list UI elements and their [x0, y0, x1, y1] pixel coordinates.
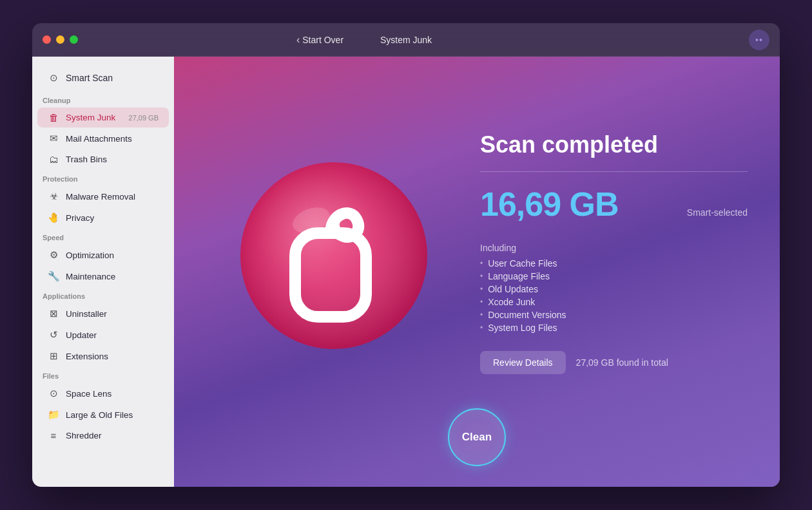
sidebar-maintenance-label: Maintenance — [66, 272, 115, 281]
sidebar-section-protection: Protection — [32, 170, 174, 185]
divider — [480, 171, 748, 172]
including-list: User Cache Files Language Files Old Upda… — [480, 258, 748, 333]
app-icon-container — [174, 149, 467, 355]
sidebar-item-optimization[interactable]: ⚙ Optimization — [37, 245, 169, 265]
scan-results: Scan completed 16,69 GB Smart-selected I… — [467, 106, 780, 400]
including-section: Including User Cache Files Language File… — [480, 243, 748, 333]
sidebar-shredder-label: Shredder — [66, 431, 102, 440]
sidebar-large-old-files-label: Large & Old Files — [66, 410, 133, 420]
actions-row: Review Details 27,09 GB found in total — [480, 351, 748, 374]
main-window: ‹ Start Over System Junk •• ⊙ Smart Scan… — [32, 23, 780, 487]
list-item: Language Files — [480, 271, 748, 281]
sidebar-item-system-junk[interactable]: 🗑 System Junk 27,09 GB — [37, 108, 169, 128]
sidebar-item-updater[interactable]: ↺ Updater — [37, 325, 169, 345]
close-button[interactable] — [43, 35, 51, 44]
list-item: User Cache Files — [480, 258, 748, 269]
sidebar-uninstaller-label: Uninstaller — [66, 309, 107, 319]
sidebar-section-applications: Applications — [32, 287, 174, 303]
smart-selected-label: Smart-selected — [687, 207, 748, 218]
sidebar-smart-scan-label: Smart Scan — [66, 73, 113, 83]
uninstaller-icon: ⊠ — [48, 308, 59, 319]
sidebar-section-speed: Speed — [32, 229, 174, 244]
sidebar-updater-label: Updater — [66, 330, 97, 340]
sidebar-item-smart-scan[interactable]: ⊙ Smart Scan — [37, 66, 169, 90]
shredder-icon: ≡ — [48, 430, 59, 441]
list-item: System Log Files — [480, 323, 748, 333]
window-title: System Junk — [380, 35, 432, 45]
sidebar-trash-bins-label: Trash Bins — [66, 155, 107, 164]
scan-completed-title: Scan completed — [480, 131, 748, 158]
sidebar-item-mail-attachments[interactable]: ✉ Mail Attachments — [37, 128, 169, 149]
system-junk-badge: 27,09 GB — [129, 114, 159, 122]
chevron-left-icon: ‹ — [296, 34, 300, 46]
sidebar-extensions-label: Extensions — [66, 352, 108, 361]
sidebar-item-space-lens[interactable]: ⊙ Space Lens — [37, 383, 169, 404]
clean-button-container: Clean — [448, 408, 506, 466]
including-label: Including — [480, 243, 748, 253]
found-total-text: 27,09 GB found in total — [576, 357, 668, 368]
malware-icon: ☣ — [48, 191, 59, 202]
maintenance-icon: 🔧 — [48, 270, 59, 282]
system-junk-icon: 🗑 — [48, 112, 59, 123]
traffic-lights — [43, 35, 78, 44]
sidebar-item-maintenance[interactable]: 🔧 Maintenance — [37, 266, 169, 287]
review-details-button[interactable]: Review Details — [480, 351, 566, 374]
main-content: Scan completed 16,69 GB Smart-selected I… — [174, 57, 780, 487]
trash-icon: 🗂 — [48, 154, 59, 165]
titlebar-nav: ‹ Start Over System Junk — [380, 35, 432, 45]
sidebar-item-large-old-files[interactable]: 📁 Large & Old Files — [37, 404, 169, 425]
updater-icon: ↺ — [48, 329, 59, 341]
large-files-icon: 📁 — [48, 409, 59, 420]
sidebar-system-junk-label: System Junk — [66, 113, 115, 122]
list-item: Xcode Junk — [480, 297, 748, 307]
back-button-label: Start Over — [302, 35, 343, 45]
back-button[interactable]: ‹ Start Over — [296, 34, 343, 46]
maximize-button[interactable] — [70, 35, 78, 44]
sidebar-item-shredder[interactable]: ≡ Shredder — [37, 426, 169, 446]
sidebar-malware-removal-label: Malware Removal — [66, 192, 135, 202]
app-icon — [231, 149, 437, 355]
sidebar-space-lens-label: Space Lens — [66, 389, 111, 399]
sidebar-item-malware-removal[interactable]: ☣ Malware Removal — [37, 186, 169, 207]
scan-size: 16,69 GB — [480, 185, 619, 223]
sidebar-item-trash-bins[interactable]: 🗂 Trash Bins — [37, 149, 169, 169]
sidebar-item-uninstaller[interactable]: ⊠ Uninstaller — [37, 303, 169, 324]
smart-scan-icon: ⊙ — [48, 72, 59, 84]
list-item: Document Versions — [480, 310, 748, 320]
profile-button[interactable]: •• — [749, 30, 769, 50]
sidebar-mail-attachments-label: Mail Attachments — [66, 134, 132, 144]
optimization-icon: ⚙ — [48, 249, 59, 261]
list-item: Old Updates — [480, 284, 748, 294]
dots-icon: •• — [755, 35, 763, 45]
sidebar-optimization-label: Optimization — [66, 250, 114, 260]
sidebar: ⊙ Smart Scan Cleanup 🗑 System Junk 27,09… — [32, 57, 174, 487]
mail-icon: ✉ — [48, 133, 59, 144]
titlebar: ‹ Start Over System Junk •• — [32, 23, 780, 57]
sidebar-privacy-label: Privacy — [66, 213, 94, 223]
clean-button[interactable]: Clean — [448, 408, 506, 466]
privacy-icon: 🤚 — [48, 212, 59, 223]
scan-size-row: 16,69 GB Smart-selected — [480, 185, 748, 223]
sidebar-section-cleanup: Cleanup — [32, 91, 174, 107]
extensions-icon: ⊞ — [48, 350, 59, 362]
sidebar-item-extensions[interactable]: ⊞ Extensions — [37, 346, 169, 366]
minimize-button[interactable] — [56, 35, 64, 44]
sidebar-section-files: Files — [32, 367, 174, 382]
sidebar-item-privacy[interactable]: 🤚 Privacy — [37, 207, 169, 228]
window-body: ⊙ Smart Scan Cleanup 🗑 System Junk 27,09… — [32, 57, 780, 487]
space-lens-icon: ⊙ — [48, 388, 59, 399]
